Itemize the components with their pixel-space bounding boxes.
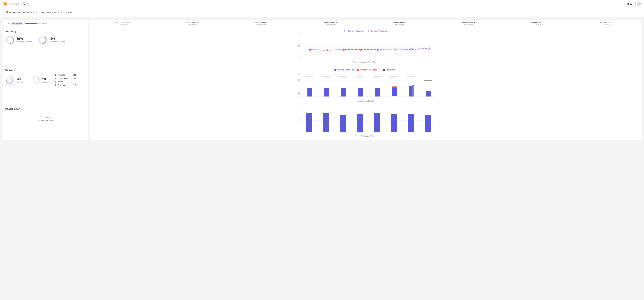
svg-point-31 (394, 49, 396, 50)
main-panel: Dev In Progress 76% Product Sprint 25 12… (2, 19, 642, 140)
total-added-metric: 18 Total Added (29, 76, 55, 84)
delivery-right: Planned Completed Unplanned Completed Al… (88, 66, 641, 105)
sprint-header-26: Product Sprint 26 19/02/2024 (158, 20, 227, 27)
investment-measure-filter[interactable]: Investment Measure: Issue Count (38, 10, 75, 15)
delivery-chart: 80 60 40 20 0 (92, 72, 638, 98)
total-added-info: 18 Total Added (42, 77, 52, 83)
planning-accuracy-metric: 40% Planning Accuracy (5, 35, 35, 44)
svg-text:50: 50 (298, 45, 300, 47)
project-icon: 🧡 (3, 2, 7, 6)
total-planned-info: 341 Total Planned (16, 77, 26, 83)
sprint-header-28: Product Sprint 28 04/03/2024 (296, 20, 365, 27)
completed-dot (55, 78, 56, 79)
delivery-title: Delivery (5, 69, 86, 71)
all-planned-legend: All Planned (383, 69, 396, 71)
delivery-chart-legend: Planned Completed Unplanned Completed Al… (92, 69, 638, 71)
total-added-label: Total Added (42, 81, 52, 83)
svg-text:80: 80 (298, 73, 300, 74)
link-icon[interactable]: 🔗 (637, 2, 641, 6)
sprint-name-31: Product Sprint 31 (504, 21, 572, 23)
svg-text:20: 20 (298, 92, 300, 94)
planned-completed-icon (334, 69, 336, 71)
date-range-label: Date Range: last 6 Months (9, 11, 34, 14)
people-count: 11 People (5, 115, 86, 119)
sprint-name-25: Product Sprint 25 (89, 21, 157, 23)
effort-bar-s27 (340, 115, 346, 132)
sprint-date-27: 26/02/2024 (228, 23, 295, 25)
completed-legend-label: Completed (58, 77, 68, 79)
effort-bar-s30 (391, 114, 397, 132)
investment-measure-label: Investment Measure: Issue Count (41, 11, 72, 14)
sprint-headers: Product Sprint 25 12/02/2024 Product Spr… (89, 20, 641, 27)
sprint-date-26: 19/02/2024 (158, 23, 226, 25)
effort-bar-s26 (323, 113, 329, 132)
svg-text:12: 12 (298, 108, 300, 110)
filter-bar: 📅 Date Range: last 6 Months Investment M… (0, 8, 644, 17)
projects-link[interactable]: Projects (8, 3, 17, 5)
sprint-date-32: 06/05/2024 (573, 23, 640, 25)
date-range-filter[interactable]: 📅 Date Range: last 6 Months (3, 10, 36, 15)
people-effort-left: People Effort 11 People Avg Per Iteratio… (3, 105, 88, 140)
sprint-date-30: 26/03/2024 (434, 23, 502, 25)
save-button[interactable]: Save (624, 1, 636, 6)
dev-label: Dev (23, 3, 27, 5)
accuracy-chart: 100 75 50 25 0 (92, 33, 638, 59)
svg-point-28 (343, 49, 344, 51)
sprint-name-30: Product Sprint 30 (434, 21, 502, 23)
unplanned-completed-legend: Unplanned Completed (358, 69, 380, 71)
accuracy-right: Planning Accuracy Capacity Accuracy 100 … (88, 27, 641, 66)
legend-carryover: Carryover 217 (55, 84, 76, 86)
bar-s27 (342, 88, 346, 96)
effort-bar-s29 (374, 113, 380, 132)
planning-accuracy-info: 40% Planning Accuracy (16, 37, 32, 43)
planned-legend-label: Planned (58, 74, 65, 76)
progress-section: Dev In Progress 76% (3, 20, 89, 27)
delivery-legend: Planned 341 Completed 142 (55, 74, 76, 86)
bar-s32 (426, 91, 431, 96)
bar-s26 (324, 88, 329, 96)
accuracy-chart-title: Accuracy Scores Over Time (92, 61, 638, 63)
svg-point-29 (360, 49, 362, 51)
people-effort-stats: 11 People Avg Per Iteration (5, 115, 86, 122)
planned-dot (55, 74, 56, 76)
sprint-name-28: Product Sprint 28 (296, 21, 364, 23)
accuracy-left: Accuracy 40% Planning Accuracy (3, 27, 88, 66)
breadcrumb-separator: > (18, 2, 20, 5)
people-avg-label: Avg Per Iteration (5, 119, 86, 122)
planned-completed-legend: Planned Completed (334, 69, 354, 71)
bar-s30-unplanned (392, 86, 397, 88)
chevron-down-icon: ▾ (27, 3, 28, 5)
planning-accuracy-label: Planning Accuracy (16, 40, 32, 43)
people-effort-title: People Effort (5, 107, 86, 110)
svg-text:25: 25 (298, 51, 300, 53)
capacity-accuracy-metric: 42% Capacity Accuracy (35, 35, 65, 44)
bar-s31-planned (410, 86, 412, 96)
svg-text:6: 6 (299, 119, 300, 121)
people-effort-chart-title: People Effort Over Time (92, 135, 638, 137)
dev-breadcrumb[interactable]: Dev ▾ (21, 2, 30, 6)
total-added-value: 18 (42, 77, 52, 81)
delivery-chart-title: Planned vs Delivered (92, 100, 638, 102)
svg-text:0: 0 (299, 130, 300, 132)
bar-s31-planned2 (412, 85, 414, 96)
header: 🧡 Projects > Dev ▾ Save 🔗 (0, 0, 644, 8)
delivery-left: Delivery 341 Total Planned (3, 66, 88, 105)
effort-bar-s32 (425, 115, 431, 132)
total-planned-value: 341 (16, 77, 26, 81)
svg-text:0: 0 (299, 56, 300, 58)
total-added-donut (32, 76, 40, 84)
svg-text:60: 60 (298, 79, 300, 81)
people-unit: People (45, 116, 51, 119)
sprint-header-25: Product Sprint 25 12/02/2024 (89, 20, 158, 27)
sprint-header-32: Product Sprint 32 06/05/2024 (572, 20, 641, 27)
progress-bar-fill (25, 23, 37, 24)
capacity-accuracy-donut (38, 35, 47, 44)
sprint-date-28: 04/03/2024 (296, 23, 364, 25)
effort-bar-s25 (306, 113, 312, 132)
people-effort-chart: 12 6 0 (92, 107, 638, 133)
in-progress-badge: In Progress (11, 22, 23, 25)
accuracy-row: Accuracy 40% Planning Accuracy (3, 27, 641, 66)
progress-percent: 76% (43, 22, 47, 25)
svg-point-27 (326, 50, 328, 51)
sprint-date-25: 12/02/2024 (89, 23, 157, 25)
